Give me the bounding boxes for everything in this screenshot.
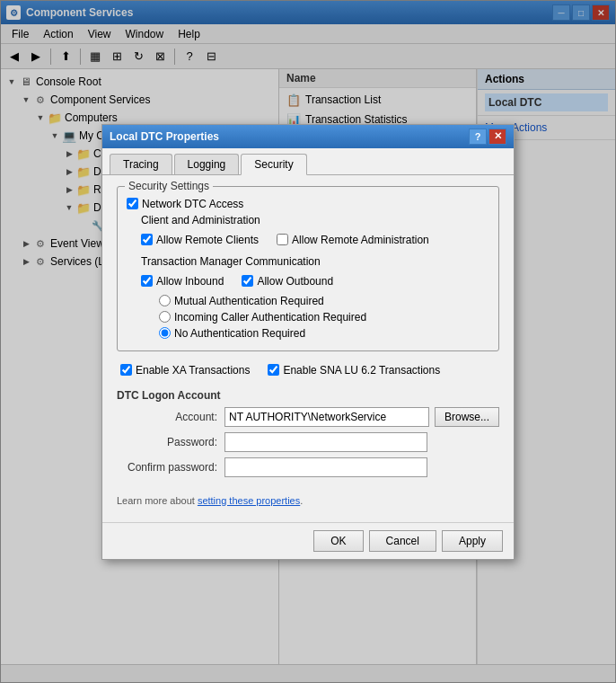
dialog-body: Security Settings Network DTC Access Cli… <box>102 175 514 522</box>
local-dtc-properties-dialog: Local DTC Properties ? ✕ Tracing Logging… <box>101 124 515 560</box>
confirm-password-label: Confirm password: <box>117 461 224 474</box>
no-auth-radio[interactable] <box>159 327 171 339</box>
tab-logging[interactable]: Logging <box>174 154 240 174</box>
dialog-footer: OK Cancel Apply <box>102 522 514 559</box>
mutual-auth-label: Mutual Authentication Required <box>174 295 324 307</box>
incoming-caller-label: Incoming Caller Authentication Required <box>174 311 366 324</box>
security-settings-title: Security Settings <box>125 180 213 192</box>
account-input[interactable] <box>224 407 429 427</box>
client-admin-checkboxes: Allow Remote Clients Allow Remote Admini… <box>141 230 489 250</box>
enable-xa-label: Enable XA Transactions <box>136 364 250 377</box>
cancel-button[interactable]: Cancel <box>369 530 436 552</box>
apply-button[interactable]: Apply <box>442 530 503 552</box>
mutual-auth-radio[interactable] <box>159 295 171 306</box>
allow-inbound-row: Allow Inbound <box>141 275 224 288</box>
allow-remote-clients-row: Allow Remote Clients <box>141 234 259 246</box>
allow-outbound-row: Allow Outbound <box>242 275 333 288</box>
allow-remote-clients-label: Allow Remote Clients <box>156 234 259 246</box>
allow-remote-admin-label: Allow Remote Administration <box>292 234 429 246</box>
xa-sna-section: Enable XA Transactions Enable SNA LU 6.2… <box>117 360 499 380</box>
tab-tracing[interactable]: Tracing <box>110 154 172 174</box>
learn-more-section: Learn more about setting these propertie… <box>117 490 499 511</box>
enable-sna-checkbox[interactable] <box>268 364 279 376</box>
client-admin-section: Client and Administration Allow Remote C… <box>141 214 489 250</box>
allow-remote-admin-checkbox[interactable] <box>277 234 288 245</box>
security-settings-group: Security Settings Network DTC Access Cli… <box>117 186 499 351</box>
enable-sna-row: Enable SNA LU 6.2 Transactions <box>268 364 440 377</box>
mutual-auth-row: Mutual Authentication Required <box>159 295 489 307</box>
dialog-tabs: Tracing Logging Security <box>102 148 514 175</box>
incoming-caller-row: Incoming Caller Authentication Required <box>159 311 489 324</box>
no-auth-label: No Authentication Required <box>174 327 305 340</box>
dialog-title: Local DTC Properties <box>110 130 219 143</box>
transaction-manager-label: Transaction Manager Communication <box>141 255 489 268</box>
password-input[interactable] <box>224 432 427 452</box>
no-auth-row: No Authentication Required <box>159 327 489 340</box>
allow-remote-clients-checkbox[interactable] <box>141 234 153 245</box>
learn-more-text: Learn more about <box>117 495 198 506</box>
logon-title: DTC Logon Account <box>117 389 499 402</box>
dialog-help-button[interactable]: ? <box>469 129 487 145</box>
enable-xa-checkbox[interactable] <box>120 364 132 376</box>
allow-remote-admin-row: Allow Remote Administration <box>277 234 429 246</box>
network-dtc-checkbox[interactable] <box>127 198 138 209</box>
incoming-caller-radio[interactable] <box>159 311 171 323</box>
inbound-outbound-checkboxes: Allow Inbound Allow Outbound <box>141 271 489 291</box>
allow-inbound-label: Allow Inbound <box>156 275 224 288</box>
confirm-password-input[interactable] <box>224 457 427 477</box>
allow-outbound-label: Allow Outbound <box>257 275 333 288</box>
dialog-title-controls: ? ✕ <box>469 129 506 145</box>
client-admin-label: Client and Administration <box>141 214 489 226</box>
network-dtc-row: Network DTC Access <box>127 198 489 210</box>
ok-button[interactable]: OK <box>313 530 363 552</box>
network-dtc-label: Network DTC Access <box>142 198 243 210</box>
learn-more-end: . <box>300 495 303 506</box>
enable-xa-row: Enable XA Transactions <box>120 364 250 377</box>
password-label: Password: <box>117 436 224 448</box>
tab-security[interactable]: Security <box>241 154 306 175</box>
setting-properties-link[interactable]: setting these properties <box>198 495 300 506</box>
allow-outbound-checkbox[interactable] <box>242 275 253 287</box>
security-settings-content: Network DTC Access Client and Administra… <box>127 198 489 340</box>
confirm-password-row: Confirm password: <box>117 457 499 477</box>
account-label: Account: <box>117 411 224 423</box>
browse-button[interactable]: Browse... <box>435 407 499 427</box>
allow-inbound-checkbox[interactable] <box>141 275 153 287</box>
account-row: Account: Browse... <box>117 407 499 427</box>
enable-sna-label: Enable SNA LU 6.2 Transactions <box>283 364 440 377</box>
transaction-manager-section: Transaction Manager Communication Allow … <box>141 255 489 340</box>
password-row: Password: <box>117 432 499 452</box>
modal-overlay: Local DTC Properties ? ✕ Tracing Logging… <box>0 0 616 683</box>
logon-section: DTC Logon Account Account: Browse... Pas… <box>117 389 499 490</box>
dialog-title-bar: Local DTC Properties ? ✕ <box>102 125 514 148</box>
dialog-close-button[interactable]: ✕ <box>488 129 506 145</box>
